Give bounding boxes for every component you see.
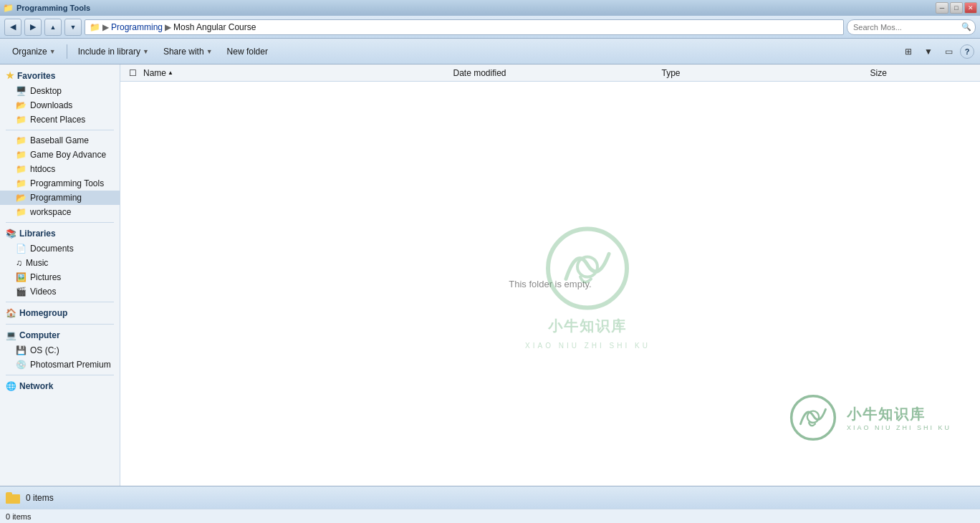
organize-chevron: ▼ bbox=[49, 48, 56, 55]
up-button[interactable]: ▲ bbox=[44, 19, 62, 36]
breadcrumb-current: Mosh Angular Course bbox=[173, 22, 256, 32]
sidebar-divider-1 bbox=[6, 130, 114, 130]
file-area: ☐ Name ▲ Date modified Type Size This fo… bbox=[120, 64, 980, 486]
folder-icon: 📁 bbox=[16, 207, 27, 217]
include-in-library-button[interactable]: Include in library ▼ bbox=[72, 42, 155, 62]
breadcrumb-folder-icon: 📁 bbox=[90, 22, 100, 32]
col-type-label: Type bbox=[662, 68, 681, 78]
folder-icon: 📁 bbox=[16, 135, 27, 145]
close-button[interactable]: ✕ bbox=[964, 2, 977, 14]
sidebar-item-videos[interactable]: 🎬 Videos bbox=[0, 284, 120, 299]
pictures-icon: 🖼️ bbox=[16, 272, 27, 282]
document-icon: 📄 bbox=[16, 244, 27, 254]
sidebar-item-baseball-game[interactable]: 📁 Baseball Game bbox=[0, 133, 120, 148]
title-bar-icon: 📁 bbox=[3, 3, 14, 13]
sidebar-favorites-header[interactable]: ★ Favorites bbox=[0, 67, 120, 84]
view-dropdown-button[interactable]: ▼ bbox=[920, 43, 937, 60]
sidebar-item-label: Pictures bbox=[30, 272, 61, 282]
computer-icon: 💻 bbox=[6, 330, 16, 340]
sidebar-item-desktop[interactable]: 🖥️ Desktop bbox=[0, 84, 120, 98]
sidebar-divider-5 bbox=[6, 375, 114, 375]
folder-icon: 📁 bbox=[16, 164, 27, 174]
breadcrumb-programming[interactable]: Programming bbox=[111, 22, 163, 32]
desktop-icon: 🖥️ bbox=[16, 86, 27, 96]
empty-message: This folder is empty. bbox=[509, 279, 591, 289]
breadcrumb[interactable]: 📁 ▶ Programming ▶ Mosh Angular Course bbox=[85, 19, 844, 35]
music-icon: ♫ bbox=[16, 258, 22, 268]
sidebar-item-pictures[interactable]: 🖼️ Pictures bbox=[0, 270, 120, 284]
sidebar-homegroup-item[interactable]: 🏠 Homegroup bbox=[0, 305, 120, 321]
sidebar-item-documents[interactable]: 📄 Documents bbox=[0, 241, 120, 256]
homegroup-label: Homegroup bbox=[19, 308, 67, 318]
sidebar-computer-header[interactable]: 💻 Computer bbox=[0, 327, 120, 343]
minimize-button[interactable]: ─ bbox=[936, 2, 948, 14]
col-date-header[interactable]: Date modified bbox=[451, 68, 659, 78]
title-bar-title: Programming Tools bbox=[16, 4, 90, 12]
organize-button[interactable]: Organize ▼ bbox=[6, 42, 62, 62]
library-icon: 📚 bbox=[6, 229, 16, 239]
share-with-label: Share with bbox=[163, 47, 204, 57]
main-area: ★ Favorites 🖥️ Desktop 📂 Downloads 📁 Rec… bbox=[0, 64, 980, 486]
star-icon: ★ bbox=[6, 70, 14, 81]
title-bar: 📁 Programming Tools ─ □ ✕ bbox=[0, 0, 980, 16]
toolbar: Organize ▼ Include in library ▼ Share wi… bbox=[0, 39, 980, 64]
sidebar-item-label: Recent Places bbox=[30, 115, 85, 125]
col-date-label: Date modified bbox=[453, 68, 506, 78]
sidebar-item-htdocs[interactable]: 📁 htdocs bbox=[0, 162, 120, 176]
include-in-library-label: Include in library bbox=[78, 47, 140, 57]
sidebar-item-programming[interactable]: 📂 Programming bbox=[0, 191, 120, 205]
sidebar-divider-3 bbox=[6, 302, 114, 302]
sidebar-item-label: Photosmart Premium bbox=[30, 360, 111, 370]
sidebar-item-label: Game Boy Advance bbox=[30, 150, 106, 160]
col-name-header[interactable]: Name ▲ bbox=[140, 68, 451, 78]
sidebar-item-label: OS (C:) bbox=[30, 345, 59, 355]
sidebar-item-photosmart[interactable]: 💿 Photosmart Premium bbox=[0, 358, 120, 372]
drive-icon: 💿 bbox=[16, 360, 27, 370]
sidebar-network-item[interactable]: 🌐 Network bbox=[0, 378, 120, 394]
sidebar-item-label: Programming bbox=[30, 193, 82, 203]
sidebar-libraries-header[interactable]: 📚 Libraries bbox=[0, 226, 120, 241]
status-item-count: 0 items bbox=[26, 493, 54, 503]
sidebar-item-label: Documents bbox=[30, 244, 74, 254]
sidebar-item-workspace[interactable]: 📁 workspace bbox=[0, 205, 120, 219]
col-type-header[interactable]: Type bbox=[659, 68, 868, 78]
col-size-header[interactable]: Size bbox=[868, 68, 975, 78]
organize-label: Organize bbox=[12, 47, 47, 57]
toolbar-separator-1 bbox=[67, 44, 67, 59]
computer-label: Computer bbox=[19, 330, 60, 340]
folder-icon: 📁 bbox=[16, 150, 27, 160]
sidebar-item-recent-places[interactable]: 📁 Recent Places bbox=[0, 112, 120, 127]
sidebar-item-label: Programming Tools bbox=[30, 178, 104, 188]
sidebar: ★ Favorites 🖥️ Desktop 📂 Downloads 📁 Rec… bbox=[0, 64, 120, 486]
back-button[interactable]: ◀ bbox=[4, 19, 21, 36]
col-check[interactable]: ☐ bbox=[126, 68, 140, 78]
sidebar-item-label: htdocs bbox=[30, 164, 55, 174]
help-button[interactable]: ? bbox=[960, 44, 974, 59]
sidebar-item-game-boy-advance[interactable]: 📁 Game Boy Advance bbox=[0, 148, 120, 162]
search-wrap: 🔍 bbox=[847, 19, 976, 35]
sidebar-divider-2 bbox=[6, 222, 114, 223]
sidebar-item-music[interactable]: ♫ Music bbox=[0, 256, 120, 270]
sidebar-recent-section: 📁 Baseball Game 📁 Game Boy Advance 📁 htd… bbox=[0, 133, 120, 219]
sidebar-item-os-c[interactable]: 💾 OS (C:) bbox=[0, 343, 120, 358]
folder-icon: 📂 bbox=[16, 193, 27, 203]
include-chevron: ▼ bbox=[143, 48, 149, 55]
file-area-wrapper: ☐ Name ▲ Date modified Type Size This fo… bbox=[120, 64, 980, 486]
search-input[interactable] bbox=[847, 19, 976, 35]
bottom-status-bar: 0 items bbox=[0, 509, 980, 523]
col-name-label: Name bbox=[143, 68, 166, 78]
new-folder-button[interactable]: New folder bbox=[221, 42, 274, 62]
sidebar-item-label: Videos bbox=[30, 287, 56, 297]
view-grid-button[interactable]: ⊞ bbox=[900, 43, 917, 60]
folder-icon: 📂 bbox=[16, 100, 27, 110]
sidebar-item-label: Music bbox=[26, 258, 48, 268]
view-pane-button[interactable]: ▭ bbox=[940, 43, 957, 60]
share-with-button[interactable]: Share with ▼ bbox=[157, 42, 219, 62]
dropdown-button[interactable]: ▼ bbox=[64, 19, 82, 36]
maximize-button[interactable]: □ bbox=[950, 2, 963, 14]
forward-button[interactable]: ▶ bbox=[24, 19, 42, 36]
col-size-label: Size bbox=[870, 68, 887, 78]
sidebar-item-downloads[interactable]: 📂 Downloads bbox=[0, 98, 120, 112]
sidebar-item-programming-tools[interactable]: 📁 Programming Tools bbox=[0, 176, 120, 191]
sidebar-libraries-section: 📚 Libraries 📄 Documents ♫ Music 🖼️ Pictu… bbox=[0, 226, 120, 299]
